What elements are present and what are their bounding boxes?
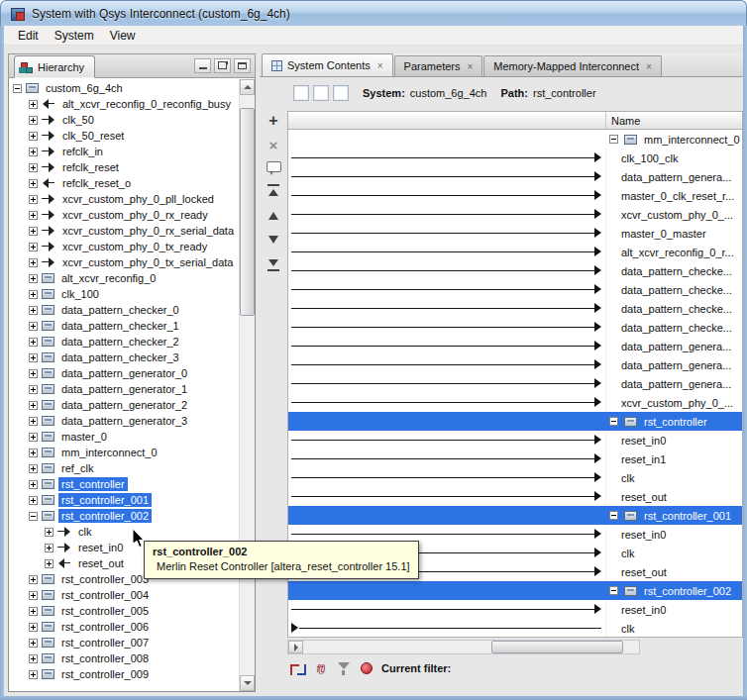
tab-system-contents[interactable]: System Contents× xyxy=(262,53,393,76)
connections-cell[interactable] xyxy=(288,243,605,261)
expand-icon[interactable] xyxy=(29,654,38,663)
tree-item-rst-controller[interactable]: rst_controller xyxy=(9,476,255,492)
tree-item-master-0[interactable]: master_0 xyxy=(9,429,255,445)
connections-cell[interactable] xyxy=(288,224,605,243)
tree-item-custom-6g-4ch[interactable]: custom_6g_4ch xyxy=(9,80,255,96)
view-toggle-1-button[interactable] xyxy=(293,85,309,101)
expand-icon[interactable] xyxy=(29,369,38,378)
expand-icon[interactable] xyxy=(29,116,38,125)
add-button[interactable] xyxy=(263,111,284,131)
signals-icon[interactable] xyxy=(289,661,306,676)
menu-system[interactable]: System xyxy=(47,27,102,45)
expand-icon[interactable] xyxy=(29,179,38,188)
tree-item-ref-clk[interactable]: ref_clk xyxy=(9,460,255,476)
connections-cell[interactable] xyxy=(288,337,605,355)
expand-icon[interactable] xyxy=(29,591,38,600)
table-row-alt-xcvr-reconfig-0-r[interactable]: alt_xcvr_reconfig_0_r... xyxy=(288,243,742,261)
expand-icon[interactable] xyxy=(29,100,38,109)
tree-item-data-pattern-checker-0[interactable]: data_pattern_checker_0 xyxy=(9,302,255,318)
table-row-reset-in0[interactable]: reset_in0 xyxy=(288,431,742,450)
collapse-icon[interactable] xyxy=(29,512,38,521)
connections-cell[interactable] xyxy=(288,487,605,506)
table-row-mm-interconnect-0[interactable]: mm_interconnect_0 xyxy=(288,130,742,149)
connections-cell[interactable] xyxy=(288,261,605,280)
tree-item-rst-controller-008[interactable]: rst_controller_008 xyxy=(9,650,255,666)
connections-cell[interactable] xyxy=(288,149,605,167)
connections-cell[interactable] xyxy=(288,393,605,412)
table-row-rst-controller-001[interactable]: rst_controller_001 xyxy=(288,506,742,525)
connections-cell[interactable] xyxy=(288,186,605,205)
maximize-panel-button[interactable] xyxy=(234,58,251,73)
tree-item-xcvr-custom-phy-0-rx-serial-data[interactable]: xcvr_custom_phy_0_rx_serial_data xyxy=(9,223,255,239)
view-toggle-2-button[interactable] xyxy=(313,85,329,101)
tree-item-data-pattern-checker-3[interactable]: data_pattern_checker_3 xyxy=(9,350,255,365)
tab-close-icon[interactable]: × xyxy=(377,60,383,71)
connections-cell[interactable] xyxy=(288,318,605,337)
tree-item-rst-controller-009[interactable]: rst_controller_009 xyxy=(9,666,255,682)
expand-icon[interactable] xyxy=(29,211,38,220)
table-row-data-pattern-genera[interactable]: data_pattern_genera... xyxy=(288,167,742,186)
move-bottom-button[interactable] xyxy=(263,253,284,273)
tree-item-clk-50-reset[interactable]: clk_50_reset xyxy=(9,128,255,144)
expand-icon[interactable] xyxy=(29,480,38,489)
table-row-clk[interactable]: clk xyxy=(288,619,742,638)
expand-icon[interactable] xyxy=(29,322,38,331)
clear-filter-icon[interactable] xyxy=(358,661,374,676)
expand-icon[interactable] xyxy=(29,639,38,648)
connections-cell[interactable] xyxy=(288,468,605,487)
menu-edit[interactable]: Edit xyxy=(10,27,47,45)
tab-close-icon[interactable]: × xyxy=(467,61,473,72)
view-toggle-3-button[interactable] xyxy=(333,85,349,101)
expand-icon[interactable] xyxy=(29,385,38,394)
connections-cell[interactable] xyxy=(288,600,605,619)
expand-icon[interactable] xyxy=(45,559,53,568)
table-row-data-pattern-genera[interactable]: data_pattern_genera... xyxy=(288,337,742,355)
tab-hierarchy[interactable]: Hierarchy xyxy=(14,55,95,78)
expand-icon[interactable] xyxy=(29,353,38,362)
expand-icon[interactable] xyxy=(29,433,38,442)
tree-item-rst-controller-001[interactable]: rst_controller_001 xyxy=(9,492,255,508)
tree-item-rst-controller-002[interactable]: rst_controller_002 xyxy=(9,508,255,524)
tree-item-data-pattern-checker-1[interactable]: data_pattern_checker_1 xyxy=(9,318,255,334)
connections-cell[interactable] xyxy=(288,167,605,186)
tree-vertical-scrollbar[interactable] xyxy=(239,79,255,691)
collapse-icon[interactable] xyxy=(609,511,618,520)
tree-scrollbar-thumb[interactable] xyxy=(240,108,255,316)
tree-item-data-pattern-generator-2[interactable]: data_pattern_generator_2 xyxy=(9,397,255,413)
comment-button[interactable] xyxy=(263,158,284,178)
expand-icon[interactable] xyxy=(29,575,38,584)
scroll-down-button[interactable] xyxy=(240,675,255,691)
table-row-master-0-clk-reset-r[interactable]: master_0_clk_reset_r... xyxy=(288,186,742,205)
table-row-data-pattern-checke[interactable]: data_pattern_checke... xyxy=(288,299,742,318)
table-row-data-pattern-genera[interactable]: data_pattern_genera... xyxy=(288,355,742,374)
tree-item-data-pattern-generator-1[interactable]: data_pattern_generator_1 xyxy=(9,381,255,397)
collapse-icon[interactable] xyxy=(609,417,618,426)
expand-icon[interactable] xyxy=(29,290,38,299)
tree-item-refclk-in[interactable]: refclk_in xyxy=(9,144,255,159)
expand-icon[interactable] xyxy=(29,148,38,156)
name-column-header[interactable]: Name xyxy=(605,112,742,129)
tree-item-alt-xcvr-reconfig-0-reconfig-busy[interactable]: alt_xcvr_reconfig_0_reconfig_busy xyxy=(9,96,255,112)
minimize-panel-button[interactable] xyxy=(194,58,211,73)
table-row-master-0-master[interactable]: master_0_master xyxy=(288,224,742,243)
tab-parameters[interactable]: Parameters× xyxy=(394,55,483,76)
tree-item-rst-controller-006[interactable]: rst_controller_006 xyxy=(9,619,255,635)
table-row-clk[interactable]: clk xyxy=(288,468,742,487)
collapse-icon[interactable] xyxy=(13,84,22,93)
tree-item-data-pattern-generator-0[interactable]: data_pattern_generator_0 xyxy=(9,365,255,381)
expand-icon[interactable] xyxy=(29,401,38,410)
expand-icon[interactable] xyxy=(29,195,38,204)
expand-icon[interactable] xyxy=(29,227,38,236)
connections-cell[interactable] xyxy=(288,431,605,450)
function-icon[interactable] xyxy=(312,661,329,676)
tree-item-refclk-reset[interactable]: refclk_reset xyxy=(9,159,255,175)
tree-item-xcvr-custom-phy-0-tx-serial-data[interactable]: xcvr_custom_phy_0_tx_serial_data xyxy=(9,254,255,270)
expand-icon[interactable] xyxy=(29,417,38,426)
tree-item-refclk-reset-o[interactable]: refclk_reset_o xyxy=(9,175,255,191)
expand-icon[interactable] xyxy=(29,607,38,616)
tree-item-clk-50[interactable]: clk_50 xyxy=(9,112,255,128)
tree-item-xcvr-custom-phy-0-rx-ready[interactable]: xcvr_custom_phy_0_rx_ready xyxy=(9,207,255,223)
horizontal-scrollbar-thumb[interactable] xyxy=(491,641,623,653)
table-row-data-pattern-genera[interactable]: data_pattern_genera... xyxy=(288,374,742,393)
scroll-up-button[interactable] xyxy=(240,79,255,95)
